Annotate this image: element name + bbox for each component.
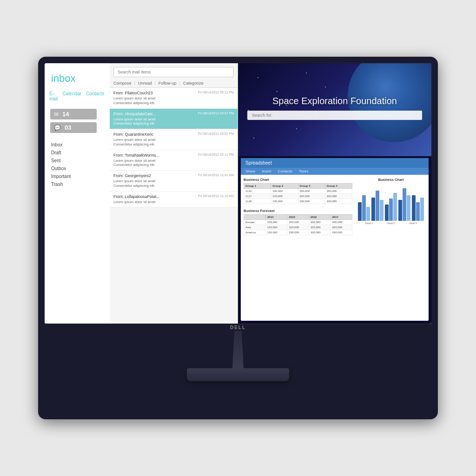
bar-chart — [356, 184, 426, 221]
spreadsheet-left: Business Chart Group 1 Group 2 Group 3 G… — [244, 178, 352, 318]
mail-badge[interactable]: ✉ 14 — [50, 109, 97, 119]
dell-logo: DELL — [230, 325, 246, 330]
bar-2a — [371, 198, 375, 221]
email-from-4: From: Georgemyers2 — [113, 173, 151, 178]
email-nav: E-mail Calendar Contacts Tasks — [45, 89, 110, 106]
forecast-table: 2014 2015 2016 2017 Europe100,000200,000… — [244, 214, 352, 235]
monitor-screen: inbox E-mail Calendar Contacts Tasks ✉ 1… — [45, 63, 431, 324]
bar-4a — [398, 200, 402, 221]
email-list-panel: Compose | Unread | Follow-up | Categoriz… — [110, 63, 238, 324]
mail-count: 14 — [62, 111, 69, 118]
monitor-bottom-bar: DELL — [45, 324, 431, 331]
bar-5c — [420, 198, 424, 221]
email-from-1: From: AbsquelateOats... — [113, 112, 156, 116]
email-preview-1: Lorem ipsum dolor sit ametConsectetur ad… — [113, 117, 234, 126]
table-row: Europe100,000200,000300,000400,000 — [244, 220, 352, 225]
email-preview-5: Lorem ipsum dolor sit amet — [113, 200, 234, 205]
unread-button[interactable]: Unread — [138, 81, 152, 86]
search-input[interactable] — [113, 67, 234, 77]
monitor-neck — [229, 331, 247, 368]
monitor: inbox E-mail Calendar Contacts Tasks ✉ 1… — [38, 57, 438, 419]
chat-badge[interactable]: 💬 03 — [50, 122, 97, 133]
followup-button[interactable]: Follow-up — [159, 81, 177, 86]
sep1: | — [134, 81, 135, 86]
email-date-0: Fri 09/14/2012 05:11 PM — [198, 91, 234, 94]
bar-group-4 — [398, 188, 410, 221]
email-item-5[interactable]: From: LollapaloosaPotat... Fri 09/14/201… — [110, 192, 238, 208]
bar-1b — [362, 195, 366, 221]
nav-email[interactable]: E-mail — [49, 91, 58, 101]
email-date-5: Fri 09/14/2012 11:10 AM — [198, 194, 234, 198]
table1-section: Business Chart Group 1 Group 2 Group 3 G… — [244, 178, 352, 204]
chart-axis: Asset 1 Asset 2 Asset 3 — [356, 221, 426, 225]
space-site-title: Space Exploration Foundation — [263, 96, 406, 106]
ss-nav-share[interactable]: Share — [245, 169, 255, 173]
ss-nav-insert[interactable]: Insert — [262, 169, 271, 173]
axis-3: Asset 3 — [409, 222, 417, 225]
bar-group-3 — [385, 193, 397, 221]
email-date-2: Fri 09/14/2012 03:02 PM — [198, 132, 234, 135]
th-2014: 2014 — [266, 215, 287, 220]
nav-calendar[interactable]: Calendar — [62, 91, 81, 101]
folder-important[interactable]: Important — [51, 174, 103, 179]
table1-title: Business Chart — [244, 178, 352, 182]
th-group4: Group 4 — [325, 184, 352, 189]
email-item-3[interactable]: From: TomahawkWorms... Fri 09/14/2012 02… — [110, 150, 238, 171]
th-2017: 2017 — [331, 215, 352, 220]
mail-icon: ✉ — [54, 111, 59, 118]
email-item-2[interactable]: From: QuarantineXeric Fri 09/14/2012 03:… — [110, 129, 238, 150]
sep3: | — [179, 81, 180, 86]
email-item-4[interactable]: From: Georgemyers2 Fri 09/14/2012 11:41 … — [110, 171, 238, 192]
search-bar-row — [110, 63, 238, 79]
spreadsheet-title: Spreadsheet — [241, 158, 429, 168]
sep2: | — [154, 81, 155, 86]
bar-4b — [403, 188, 406, 221]
email-preview-3: Lorem ipsum dolor sit ametConsectetur ad… — [113, 159, 234, 168]
bar-5a — [412, 195, 416, 221]
folder-sent[interactable]: Sent — [51, 158, 103, 163]
folder-inbox[interactable]: Inbox — [51, 142, 103, 147]
email-header-2: From: QuarantineXeric Fri 09/14/2012 03:… — [113, 132, 234, 137]
categorize-button[interactable]: Categorize — [183, 81, 204, 86]
bar-group-1 — [358, 195, 370, 221]
spreadsheet-nav: Share Insert Contacts Tasks — [241, 168, 429, 175]
folder-list: Inbox Draft Sent Outbox Important Trash — [45, 138, 110, 192]
folder-outbox[interactable]: Outbox — [51, 166, 103, 171]
spreadsheet-right: Business Chart — [356, 178, 426, 318]
bar-5b — [416, 202, 420, 221]
email-item-0[interactable]: From: PilatooCouch23 Fri 09/14/2012 05:1… — [110, 88, 238, 109]
email-sidebar: inbox E-mail Calendar Contacts Tasks ✉ 1… — [45, 63, 110, 324]
monitor-base — [187, 368, 289, 381]
axis-1: Asset 1 — [365, 222, 373, 225]
ss-nav-tasks[interactable]: Tasks — [299, 169, 308, 173]
email-header-3: From: TomahawkWorms... Fri 09/14/2012 02… — [113, 153, 234, 158]
folder-draft[interactable]: Draft — [51, 150, 103, 155]
bar-3a — [385, 205, 389, 221]
th-2016: 2016 — [309, 215, 330, 220]
table-row: 1116100,000200,000300,000 — [244, 189, 352, 194]
table-row: 1118130,000230,000330,000 — [244, 199, 352, 204]
email-date-1: Fri 09/14/2012 03:07 PM — [198, 112, 234, 115]
table-row: 1117120,000220,000320,000 — [244, 194, 352, 199]
bar-group-5 — [412, 195, 424, 221]
th-group2: Group 2 — [271, 184, 298, 189]
bar-group-2 — [371, 191, 383, 221]
space-search-input[interactable] — [247, 111, 422, 120]
email-preview-4: Lorem ipsum dolor sit ametConsectetur ad… — [113, 179, 234, 188]
bar-2b — [376, 191, 379, 221]
email-from-0: From: PilatooCouch23 — [113, 91, 153, 95]
compose-button[interactable]: Compose — [113, 81, 132, 86]
email-app: inbox E-mail Calendar Contacts Tasks ✉ 1… — [45, 63, 238, 324]
space-hero: Space Exploration Foundation — [238, 63, 431, 156]
bar-2c — [380, 200, 383, 221]
email-header-5: From: LollapaloosaPotat... Fri 09/14/201… — [113, 194, 234, 199]
table-row: America130,000230,000330,000430,000 — [244, 230, 352, 235]
email-header-0: From: PilatooCouch23 Fri 09/14/2012 05:1… — [113, 91, 234, 95]
email-date-3: Fri 09/14/2012 02:11 PM — [198, 153, 234, 156]
ss-nav-contacts[interactable]: Contacts — [278, 169, 292, 173]
email-item-1[interactable]: From: AbsquelateOats... Fri 09/14/2012 0… — [110, 109, 238, 130]
email-from-5: From: LollapaloosaPotat... — [113, 194, 159, 199]
bar-4c — [407, 195, 410, 221]
nav-contacts[interactable]: Contacts — [86, 91, 104, 101]
folder-trash[interactable]: Trash — [51, 182, 103, 187]
